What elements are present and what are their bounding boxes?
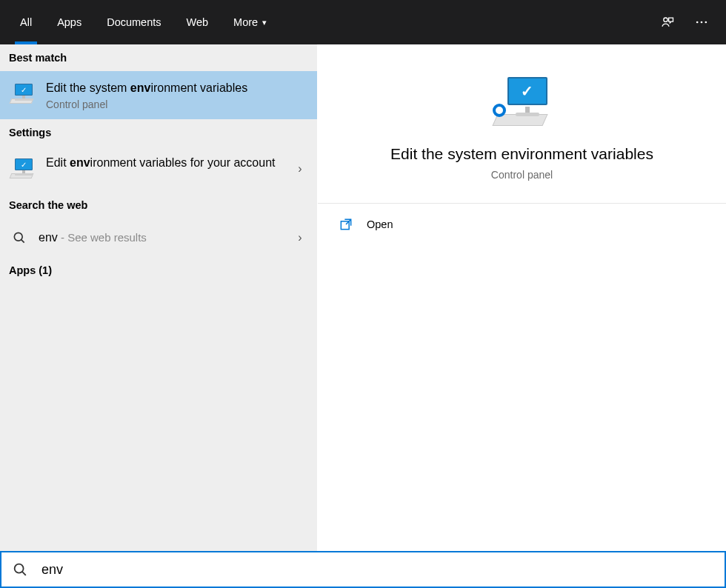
web-query: env [39, 231, 58, 244]
tab-all[interactable]: All [7, 0, 44, 44]
web-suffix: - See web results [58, 231, 147, 244]
preview-title: Edit the system environment variables [390, 145, 653, 163]
svg-point-4 [14, 233, 22, 241]
search-bar[interactable] [0, 551, 726, 588]
result-settings-env-account[interactable]: Edit environment variables for your acco… [0, 146, 317, 192]
preview-panel: Edit the system environment variables Co… [317, 44, 726, 551]
tab-apps[interactable]: Apps [44, 0, 94, 44]
search-input[interactable] [41, 562, 714, 578]
tab-more[interactable]: More ▾ [221, 0, 279, 44]
svg-line-5 [21, 240, 24, 243]
chevron-down-icon: ▾ [262, 18, 267, 27]
search-icon [12, 561, 28, 578]
monitor-check-icon [9, 155, 37, 183]
section-search-web: Search the web [0, 192, 317, 218]
chevron-right-icon: › [292, 231, 308, 244]
svg-point-0 [664, 18, 667, 21]
result-title: Edit the system environment variables [46, 80, 304, 96]
tab-label: Documents [107, 16, 161, 28]
result-title: Edit environment variables for your acco… [46, 155, 287, 171]
open-icon [339, 217, 353, 232]
feedback-icon[interactable] [650, 0, 685, 44]
tab-label: Web [187, 16, 209, 28]
action-label: Open [367, 218, 393, 230]
tab-label: More [233, 16, 258, 28]
chevron-right-icon: › [292, 162, 308, 176]
results-panel: Best match Edit the system environment v… [0, 44, 317, 551]
result-best-match[interactable]: Edit the system environment variables Co… [0, 71, 317, 119]
section-apps: Apps (1) [0, 257, 317, 284]
monitor-check-large-icon [490, 77, 555, 130]
svg-line-8 [22, 572, 26, 575]
action-open[interactable]: Open [318, 204, 726, 245]
tab-web[interactable]: Web [174, 0, 222, 44]
section-best-match: Best match [0, 44, 317, 71]
more-options-icon[interactable] [685, 0, 719, 44]
section-settings: Settings [0, 119, 317, 146]
result-web-search[interactable]: env - See web results › [0, 218, 317, 257]
tab-documents[interactable]: Documents [94, 0, 173, 44]
tabs-bar: All Apps Documents Web More ▾ [0, 0, 726, 44]
svg-point-7 [15, 564, 24, 573]
result-subtitle: Control panel [46, 98, 304, 110]
tab-label: All [20, 16, 32, 28]
svg-point-2 [701, 21, 703, 24]
tab-label: Apps [57, 16, 81, 28]
search-icon [9, 227, 30, 248]
preview-subtitle: Control panel [491, 169, 553, 181]
svg-point-1 [696, 21, 699, 24]
svg-point-3 [705, 21, 707, 24]
monitor-check-icon [9, 80, 37, 108]
